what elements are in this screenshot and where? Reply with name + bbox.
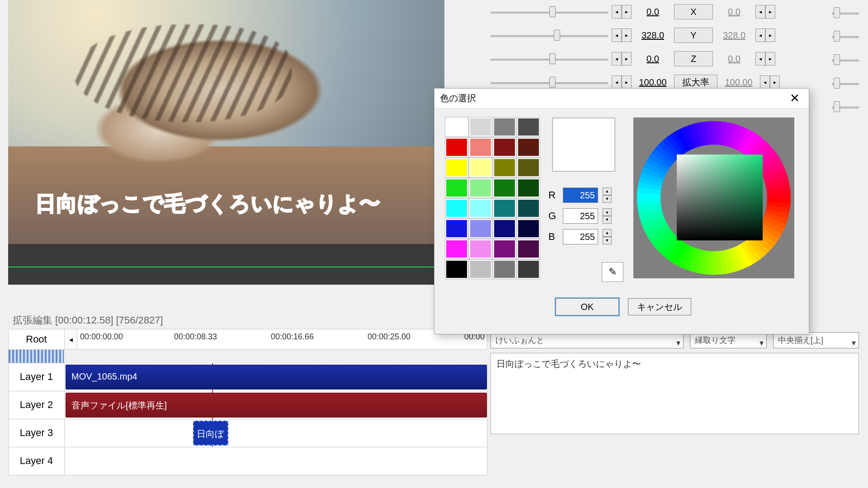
eyedropper-button[interactable]: ✎ xyxy=(602,262,623,282)
spin-left-x2[interactable]: ◂ xyxy=(755,5,765,19)
spin-right-x2[interactable]: ▸ xyxy=(765,5,775,19)
r-spinner[interactable]: ▲▼ xyxy=(603,188,612,203)
spin-left-y[interactable]: ◂ xyxy=(612,28,622,42)
spin-right-s[interactable]: ▸ xyxy=(622,75,632,89)
dialog-titlebar[interactable]: 色の選択 ✕ xyxy=(434,89,809,108)
layer-label-1[interactable]: Layer 1 xyxy=(9,363,65,391)
style-combo[interactable]: 縁取り文字 xyxy=(690,332,767,348)
value-z[interactable]: 0.0 xyxy=(635,54,670,64)
color-swatch[interactable] xyxy=(493,260,516,279)
color-swatch[interactable] xyxy=(469,219,492,238)
time-tick: 00:00:16.66 xyxy=(271,332,314,342)
color-swatch[interactable] xyxy=(517,219,540,238)
spin-left-y2[interactable]: ◂ xyxy=(755,28,765,42)
layer-label-3[interactable]: Layer 3 xyxy=(9,419,65,447)
extra-slider-4[interactable] xyxy=(832,77,859,89)
layer-track-3[interactable]: 日向ぼ xyxy=(65,419,487,447)
ok-button[interactable]: OK xyxy=(556,298,619,315)
spin-left-z[interactable]: ◂ xyxy=(612,52,622,66)
cancel-button[interactable]: キャンセル xyxy=(628,298,691,315)
align-combo[interactable]: 中央揃え[上] xyxy=(773,332,859,348)
slider-x[interactable] xyxy=(491,5,608,18)
color-swatch[interactable] xyxy=(517,117,540,136)
color-swatch[interactable] xyxy=(517,260,540,279)
spin-left-s[interactable]: ◂ xyxy=(612,75,622,89)
saturation-value-box[interactable] xyxy=(677,155,763,240)
extra-slider-2[interactable] xyxy=(832,30,859,42)
b-label: B xyxy=(548,231,558,243)
color-swatch[interactable] xyxy=(445,239,468,258)
color-swatch[interactable] xyxy=(493,239,516,258)
layer-track-1[interactable]: MOV_1065.mp4 xyxy=(65,363,487,391)
color-swatch[interactable] xyxy=(445,199,468,218)
extra-slider-5[interactable] xyxy=(832,100,859,113)
value-scale-linked: 100.00 xyxy=(721,77,756,88)
color-swatch[interactable] xyxy=(445,260,468,279)
slider-y[interactable] xyxy=(491,29,608,42)
color-swatch[interactable] xyxy=(493,158,516,177)
hue-wheel[interactable] xyxy=(633,117,794,278)
color-swatch[interactable] xyxy=(469,117,492,136)
color-swatch[interactable] xyxy=(445,219,468,238)
color-swatch[interactable] xyxy=(469,178,492,197)
color-swatch[interactable] xyxy=(445,117,468,136)
spin-right-z2[interactable]: ▸ xyxy=(765,52,775,66)
color-swatch[interactable] xyxy=(493,219,516,238)
layer-track-4[interactable] xyxy=(65,447,487,475)
color-swatch[interactable] xyxy=(517,158,540,177)
caption-textarea[interactable]: 日向ぼっこで毛づくろいにゃりよ〜 xyxy=(491,353,859,434)
color-swatch[interactable] xyxy=(517,239,540,258)
spin-left-s2[interactable]: ◂ xyxy=(760,75,770,89)
value-y[interactable]: 328.0 xyxy=(635,30,670,41)
extra-slider-1[interactable] xyxy=(832,6,859,19)
clip-video[interactable]: MOV_1065.mp4 xyxy=(66,365,487,389)
b-input[interactable]: 255 xyxy=(563,229,598,244)
axis-button-z[interactable]: Z xyxy=(674,51,713,66)
clip-audio[interactable]: 音声ファイル[標準再生] xyxy=(66,393,487,418)
color-swatch[interactable] xyxy=(517,199,540,218)
clip-text[interactable]: 日向ぼ xyxy=(193,421,228,446)
b-spinner[interactable]: ▲▼ xyxy=(603,229,612,244)
color-swatch[interactable] xyxy=(469,158,492,177)
color-swatch[interactable] xyxy=(493,199,516,218)
color-swatch[interactable] xyxy=(493,138,516,157)
layer-label-2[interactable]: Layer 2 xyxy=(9,391,65,419)
color-swatch[interactable] xyxy=(445,158,468,177)
extra-slider-3[interactable] xyxy=(832,53,859,66)
slider-scale[interactable] xyxy=(491,76,608,89)
value-x[interactable]: 0.0 xyxy=(635,7,670,17)
g-input[interactable]: 255 xyxy=(563,208,598,224)
timeline: 拡張編集 [00:00:12.58] [756/2827] Root ◂ 00:… xyxy=(8,312,487,475)
color-swatch[interactable] xyxy=(469,138,492,157)
axis-button-x[interactable]: X xyxy=(674,4,713,19)
axis-button-y[interactable]: Y xyxy=(674,28,713,43)
font-combo[interactable]: けいふぉんと xyxy=(491,332,684,348)
color-swatch[interactable] xyxy=(469,199,492,218)
color-swatch[interactable] xyxy=(469,239,492,258)
value-scale[interactable]: 100.00 xyxy=(635,77,670,88)
spin-right-z[interactable]: ▸ xyxy=(622,52,632,66)
timeline-scroll-left[interactable]: ◂ xyxy=(65,329,77,349)
color-swatch[interactable] xyxy=(445,178,468,197)
spin-left-x[interactable]: ◂ xyxy=(612,5,622,19)
color-swatch[interactable] xyxy=(469,260,492,279)
color-swatch[interactable] xyxy=(445,138,468,157)
spin-right-x[interactable]: ▸ xyxy=(622,5,632,19)
spin-left-z2[interactable]: ◂ xyxy=(755,52,765,66)
axis-button-scale[interactable]: 拡大率 xyxy=(674,75,717,90)
color-swatch[interactable] xyxy=(517,178,540,197)
slider-z[interactable] xyxy=(491,52,608,65)
close-icon[interactable]: ✕ xyxy=(786,91,803,105)
r-input[interactable]: 255 xyxy=(563,188,598,203)
color-swatch[interactable] xyxy=(493,117,516,136)
spin-right-s2[interactable]: ▸ xyxy=(770,75,780,89)
time-ruler[interactable]: 00:00:00.00 00:00:08.33 00:00:16.66 00:0… xyxy=(77,329,487,349)
color-swatch[interactable] xyxy=(493,178,516,197)
spin-right-y2[interactable]: ▸ xyxy=(765,28,775,42)
layer-label-4[interactable]: Layer 4 xyxy=(9,447,65,475)
root-button[interactable]: Root xyxy=(9,329,65,349)
g-spinner[interactable]: ▲▼ xyxy=(603,208,612,224)
color-swatch[interactable] xyxy=(517,138,540,157)
spin-right-y[interactable]: ▸ xyxy=(622,28,632,42)
layer-track-2[interactable]: 音声ファイル[標準再生] xyxy=(65,391,487,419)
